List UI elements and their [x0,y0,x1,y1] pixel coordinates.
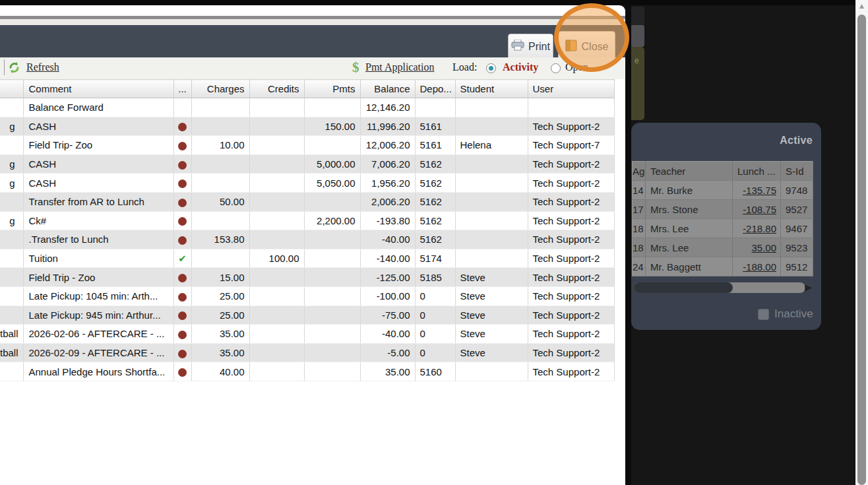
lunch-balance-link[interactable]: -188.00 [743,261,776,273]
cell-credits [249,117,304,136]
status-dot-icon [178,123,187,131]
column-header-sid[interactable]: S-Id [781,162,813,181]
activity-radio[interactable] [486,63,496,73]
table-row[interactable]: 18Mrs. Lee35.009523 [633,238,813,257]
cell-student: Steve [455,268,528,287]
cell-user: Tech Support-2 [528,230,614,249]
cell-user: Tech Support-2 [528,343,614,362]
cell-teacher: Mr. Burke [646,181,733,200]
cell-charges: 35.00 [191,343,249,362]
column-header-lunch[interactable]: Lunch ... [733,162,781,181]
cell-depo: 5160 [415,362,455,381]
cell-student [455,249,528,268]
cell-depo: 5162 [415,230,455,249]
column-header-comment[interactable]: Comment [23,80,173,98]
lunch-balance-link[interactable]: -218.80 [743,223,776,234]
cell-pmts: 2,200.00 [304,211,360,230]
column-header-pmts[interactable]: Pmts [304,80,360,98]
cell-cat: g [0,154,23,174]
cell-student [455,154,528,174]
status-dot-icon [178,199,187,207]
cell-pmts [304,249,360,268]
panel-hscrollbar-thumb[interactable] [634,282,733,293]
inactive-checkbox-label: Inactive [774,307,813,321]
cell-user: Tech Support-2 [528,306,614,325]
cell-user: Tech Support-2 [528,325,614,344]
column-header-cat[interactable] [0,80,23,98]
refresh-link[interactable]: Refresh [26,61,59,73]
cell-user [528,98,614,117]
cell-depo: 5162 [415,174,455,193]
table-row[interactable]: 18Mrs. Lee-218.809467 [633,219,813,238]
scroll-up-icon[interactable]: ▲ [857,1,866,11]
cell-pmts: 5,050.00 [304,174,360,193]
cell-credits [249,98,304,117]
cell-charges: 153.80 [191,230,249,249]
cell-pmts [304,343,360,362]
cell-user: Tech Support-2 [528,362,614,381]
cell-student: Steve [455,343,528,362]
cell-pmts [304,98,360,117]
lunch-balance-link[interactable]: 35.00 [751,242,776,253]
table-row[interactable]: gCASH5,000.007,006.205162Tech Support-2 [0,154,614,174]
inactive-checkbox[interactable] [758,309,769,320]
scroll-right-icon[interactable]: ▶ [805,282,812,292]
students-panel: Active AgeTeacherLunch ...S-Id 14Mr. Bur… [631,123,821,330]
lunch-balance-link[interactable]: -108.75 [743,204,776,215]
cell-teacher: Mrs. Lee [646,219,733,238]
table-row[interactable]: Annual Pledge Hours Shortfa...40.0035.00… [0,362,614,381]
table-row[interactable]: Balance Forward12,146.20 [0,98,614,117]
printer-icon [511,40,524,53]
open-radio[interactable] [551,63,561,73]
browser-scrollbar-thumb[interactable] [857,15,866,485]
table-row[interactable]: Late Pickup: 945 min: Arthur...25.00-75.… [0,306,614,325]
cell-lunch: -218.80 [733,219,781,238]
status-dot-icon [178,350,187,358]
table-row[interactable]: Field Trip - Zoo15.00-125.005185SteveTec… [0,268,614,287]
table-row[interactable]: 14Mr. Burke-135.759748 [633,181,813,200]
load-label: Load: [452,61,477,73]
cell-charges [191,249,249,268]
column-header-balance[interactable]: Balance [360,80,415,98]
cell-balance: 35.00 [360,362,415,381]
check-icon: ✔ [178,253,187,264]
table-row[interactable]: gCASH5,050.001,956.205162Tech Support-2 [0,174,614,193]
pmt-application-link[interactable]: Pmt Application [365,61,434,73]
table-row[interactable]: Tuition✔100.00-140.005174Tech Support-2 [0,249,614,268]
table-row[interactable]: tball2026-02-06 - AFTERCARE - ...35.00-4… [0,325,614,344]
column-header-dot[interactable]: ... [173,80,191,98]
cell-comment: Tuition [23,249,173,268]
cell-comment: 2026-02-09 - AFTERCARE - ... [23,343,173,362]
cell-user: Tech Support-2 [528,286,614,306]
highlight-annotation-circle [554,3,629,72]
table-row[interactable]: .Transfer to Lunch153.80-40.005162Tech S… [0,230,614,249]
cell-balance: -5.00 [360,343,415,362]
cell-student [455,362,528,381]
cell-pmts [304,306,360,325]
cell-sid: 9523 [781,238,813,257]
column-header-user[interactable]: User [528,80,614,98]
column-header-credits[interactable]: Credits [249,80,304,98]
column-header-depo[interactable]: Depo... [415,80,455,98]
cell-student: Steve [455,325,528,344]
table-row[interactable]: Transfer from AR to Lunch50.002,006.2051… [0,192,614,211]
cell-student [455,174,528,193]
table-row[interactable]: 24Mr. Baggett-188.009512 [633,257,813,276]
active-filter-label: Active [780,135,813,146]
column-header-charges[interactable]: Charges [191,80,249,98]
column-header-teacher[interactable]: Teacher [646,162,733,181]
table-row[interactable]: gCk#2,200.00-193.805162Tech Support-2 [0,211,614,230]
cell-balance: -140.00 [360,249,415,268]
table-row[interactable]: Field Trip- Zoo10.0012,006.205161HelenaT… [0,136,614,155]
table-row[interactable]: Late Pickup: 1045 min: Arth...25.00-100.… [0,286,614,306]
table-row[interactable]: 17Mrs. Stone-108.759527 [633,200,813,219]
print-button[interactable]: Print [508,34,553,59]
table-row[interactable]: tball2026-02-09 - AFTERCARE - ...35.00-5… [0,343,614,362]
column-header-student[interactable]: Student [455,80,528,98]
lunch-balance-link[interactable]: -135.75 [743,185,776,196]
cell-depo: 5185 [415,268,455,287]
table-row[interactable]: gCASH150.0011,996.205161Tech Support-2 [0,117,614,136]
panel-hscrollbar-track[interactable] [634,282,805,293]
column-header-age[interactable]: Age [633,162,646,181]
cell-pmts [304,230,360,249]
